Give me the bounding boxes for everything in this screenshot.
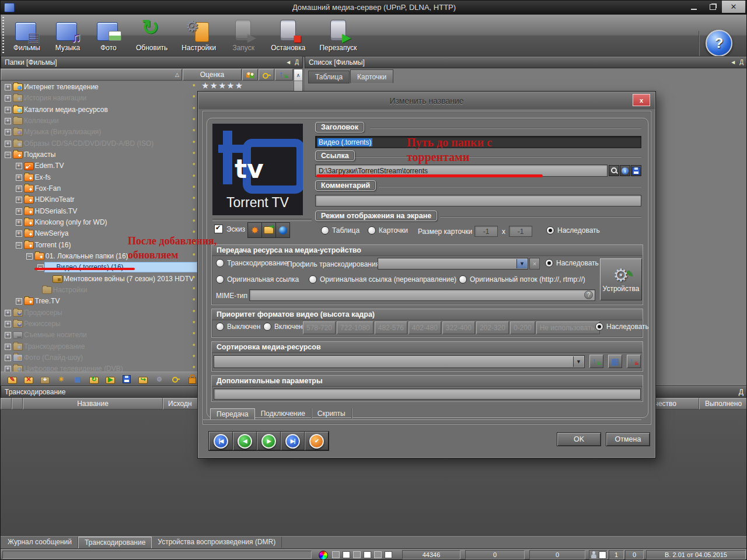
collapse-arrow-icon[interactable]: ◄ [285,59,291,65]
expand-expander-icon[interactable]: + [16,186,22,192]
folder-delete-button[interactable]: ✕ [24,375,33,384]
dialog-tab[interactable]: Скрипты [312,408,352,419]
transcode-column-empty[interactable] [1,398,12,410]
expand-expander-icon[interactable]: + [16,163,22,169]
open-folder-button[interactable] [262,223,276,237]
first-button[interactable]: |◀ [209,432,233,450]
dialog-title-bar[interactable]: Изменить название [198,92,655,109]
search-button[interactable] [609,165,619,176]
expand-expander-icon[interactable]: + [5,129,11,135]
priority-on-radio[interactable]: Включен [263,323,303,331]
dropdown-arrow-icon[interactable]: ▼ [573,356,584,367]
expand-expander-icon[interactable]: + [16,208,22,215]
card-height-input[interactable]: -1 [509,226,532,237]
sort-column-header[interactable] [275,69,293,80]
comment-input[interactable] [315,195,641,206]
original-link-redirect-radio[interactable]: Оригинальная ссылка (перенаправление) [309,275,456,284]
tree-scrollbar[interactable]: ∧ [294,69,303,92]
close-button[interactable]: ✕ [722,1,745,13]
sort-remove-button[interactable] [627,355,641,368]
collapse-arrow-icon[interactable]: ◄ [730,59,736,65]
last-button[interactable]: ▶| [281,432,305,450]
scroll-up-icon[interactable]: ∧ [294,69,302,81]
display-table-radio[interactable]: Таблица [321,226,359,235]
weather-button[interactable]: ☀ [57,375,66,384]
users-column-header[interactable] [242,69,258,80]
expand-expander-icon[interactable]: + [5,84,11,90]
next-button[interactable]: ▶ [257,432,281,450]
toolbar-button-photo-folder[interactable]: Фото [88,16,129,52]
tab-таблица[interactable]: Таблица [308,71,350,83]
transfer-inherit-radio[interactable]: Наследовать [545,259,599,267]
extra-params-input[interactable] [214,388,641,400]
access-column-header[interactable] [259,69,274,80]
original-link-radio[interactable]: Оригинальная ссылка [216,275,299,284]
ok-button[interactable]: OK [557,432,601,446]
tab-карточки[interactable]: Карточки [350,69,393,83]
toolbar-button-settings[interactable]: Настройки [174,16,223,52]
devices-button[interactable]: ⚙✎ Устройства [600,258,642,300]
toolbar-button-films-folder[interactable]: Фильмы [6,16,47,52]
display-cards-radio[interactable]: Карточки [368,226,408,235]
cancel-button[interactable]: Отмена [606,432,650,446]
transcode-column-name[interactable]: Название [23,398,163,410]
folder-edit-button[interactable]: ✎ [8,375,17,384]
rating-column-header[interactable]: Оценка [183,69,242,80]
expand-expander-icon[interactable]: + [16,230,22,237]
burst-button[interactable]: ✸ [248,223,262,237]
toolbar-button-music-folder-big[interactable]: Музыка [47,16,88,52]
expand-expander-icon[interactable]: + [5,118,11,124]
folder-export-button[interactable]: ↪ [138,375,148,384]
pin-icon[interactable]: Д [295,59,299,65]
pin-icon[interactable]: Д [739,59,743,65]
toolbar-button-restart[interactable]: Перезапуск [312,16,364,52]
dialog-tab[interactable]: Подключение [255,408,312,419]
priority-inherit-radio[interactable]: Наследовать [595,323,649,331]
bottom-tab[interactable]: Устройства воспроизведения (DMR) [152,537,282,548]
web-info-button[interactable]: i [620,165,630,176]
save-link-button[interactable] [631,165,641,176]
pin-icon[interactable]: Д [739,388,743,396]
expand-expander-icon[interactable]: + [5,332,11,338]
toolbar-button-refresh[interactable]: Обновить [129,16,174,52]
folder-refresh-button[interactable]: ↻ [89,375,99,384]
display-inherit-radio[interactable]: Наследовать [546,226,600,235]
expand-expander-icon[interactable]: + [16,174,22,181]
key-button[interactable] [171,375,180,384]
expand-expander-icon[interactable]: + [16,219,22,226]
expand-expander-icon[interactable]: + [5,344,11,350]
priority-off-radio[interactable]: Выключен [216,323,260,331]
apply-button[interactable]: ✔ [305,432,329,450]
gear-button[interactable]: ⚙ [155,375,164,384]
save-button[interactable] [122,375,131,384]
transcode-column-empty[interactable] [12,398,23,410]
dropdown-arrow-icon[interactable]: ▼ [516,259,527,268]
dialog-close-button[interactable]: x [633,94,650,106]
expand-expander-icon[interactable]: + [5,366,11,372]
expand-expander-icon[interactable]: + [5,141,11,147]
thumbnail-checkbox[interactable] [214,225,223,233]
lock-button[interactable] [187,375,197,384]
expand-expander-icon[interactable]: + [5,310,11,316]
clear-profile-button[interactable]: × [529,258,540,270]
folder-add-button[interactable]: + [40,375,50,384]
expand-expander-icon[interactable]: + [5,321,11,327]
restore-button[interactable] [703,1,722,13]
bottom-tab[interactable]: Транскодирование [78,537,152,549]
transcode-column-done[interactable]: Выполнено [699,398,747,410]
mime-help-button[interactable]: ? [584,290,593,299]
expand-expander-icon[interactable]: + [16,197,22,203]
collapse-expander-icon[interactable]: – [5,152,11,158]
expand-expander-icon[interactable]: + [16,298,22,304]
transcode-profile-select[interactable]: ▼ [378,258,528,270]
previous-button[interactable]: ◀ [233,432,257,450]
bottom-tab[interactable]: Журнал сообщений [2,537,78,548]
sorting-select[interactable]: ▼ [214,355,585,368]
expand-expander-icon[interactable]: + [5,107,11,113]
toolbar-grip[interactable] [2,17,4,53]
collapse-expander-icon[interactable]: – [26,253,33,260]
original-stream-radio[interactable]: Оригинальный поток (http://, rtmp://) [459,275,585,284]
transcoding-radio[interactable]: Транскодирование [216,259,288,267]
expand-expander-icon[interactable]: + [5,95,11,102]
mosaic-button[interactable]: ▦ [73,375,82,384]
